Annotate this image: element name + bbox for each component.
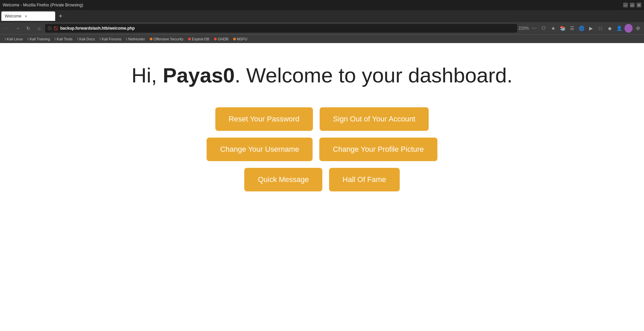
tab-label: Welcome: [5, 14, 22, 19]
bookmark-msfu[interactable]: MSFU: [231, 36, 249, 42]
back-button[interactable]: ←: [2, 24, 11, 33]
url-domain: forwardslash.htb: [75, 26, 108, 31]
kali-forums-label: \ Kali Forums: [100, 37, 121, 41]
firefox-icon[interactable]: 🌀: [577, 24, 585, 32]
settings-icon[interactable]: ⚙: [634, 24, 642, 32]
hall-of-fame-button[interactable]: Hall Of Fame: [329, 168, 400, 191]
title-bar: Welcome - Mozilla Firefox (Private Brows…: [0, 0, 644, 10]
window-controls: – ▭ ✕: [623, 3, 641, 7]
button-row-1: Reset Your Password Sign Out of Your Acc…: [215, 107, 429, 131]
kali-tools-label: \ Kali Tools: [55, 37, 72, 41]
exploit-db-label: Exploit-DB: [192, 37, 209, 41]
kali-linux-label: \ Kali Linux: [5, 37, 23, 41]
bookmark-nethunter[interactable]: \ NetHunter: [124, 36, 147, 42]
restore-button[interactable]: ▭: [630, 3, 635, 7]
exploit-db-dot: [188, 38, 191, 40]
container-icon[interactable]: [624, 24, 633, 32]
bookmark-exploit-db[interactable]: Exploit-DB: [186, 36, 211, 42]
greeting-prefix: Hi,: [132, 64, 163, 87]
offensive-security-dot: [150, 38, 152, 40]
forward-button[interactable]: →: [13, 24, 22, 33]
pocket-icon[interactable]: ▶: [587, 24, 595, 32]
profile-circle: [624, 24, 633, 33]
new-tab-button[interactable]: +: [56, 11, 65, 21]
quick-message-button[interactable]: Quick Message: [244, 168, 322, 191]
kali-docs-label: \ Kali Docs: [77, 37, 95, 41]
change-username-button[interactable]: Change Your Username: [207, 138, 313, 161]
minimize-button[interactable]: –: [623, 3, 628, 7]
sign-out-button[interactable]: Sign Out of Your Account: [320, 107, 429, 131]
bookmark-kali-forums[interactable]: \ Kali Forums: [98, 36, 123, 42]
browser-window: Welcome - Mozilla Firefox (Private Brows…: [0, 0, 644, 331]
bookmarks-bar: \ Kali Linux \ Kali Training \ Kali Tool…: [0, 34, 644, 43]
bookmark-kali-docs[interactable]: \ Kali Docs: [75, 36, 97, 42]
security-icon: ⓘ: [48, 26, 51, 31]
active-tab[interactable]: Welcome ✕: [1, 11, 55, 21]
bookmark-ghdb[interactable]: GHDB: [212, 36, 230, 42]
welcome-heading: Hi, Payas0. Welcome to your dashboard.: [132, 63, 513, 87]
extension-icon[interactable]: ◆: [606, 24, 614, 32]
dashboard-buttons: Reset Your Password Sign Out of Your Acc…: [207, 107, 437, 191]
library-icon[interactable]: 📚: [559, 24, 567, 32]
button-row-2: Change Your Username Change Your Profile…: [207, 138, 437, 161]
greeting-suffix: . Welcome to your dashboard.: [235, 64, 512, 87]
sidebar-icon[interactable]: ☰: [568, 24, 576, 32]
toolbar-icons: ⋯ 🛡 ★ 📚 ☰ 🌀 ▶ □ ◆ 👤 ⚙: [530, 24, 642, 32]
reload-button[interactable]: ↻: [24, 24, 33, 33]
ghdb-dot: [214, 38, 217, 40]
bookmark-offensive-security[interactable]: Offensive Security: [148, 36, 185, 42]
change-profile-picture-button[interactable]: Change Your Profile Picture: [319, 138, 437, 161]
menu-dots-icon[interactable]: ⋯: [530, 24, 538, 32]
shield-icon[interactable]: 🛡: [540, 24, 548, 32]
tab-bar: Welcome ✕ +: [0, 10, 644, 22]
home-button[interactable]: ⌂: [34, 24, 44, 33]
offensive-security-label: Offensive Security: [153, 37, 183, 41]
nethunter-label: \ NetHunter: [126, 37, 145, 41]
bookmark-star-icon[interactable]: ★: [549, 24, 557, 32]
account-icon[interactable]: 👤: [615, 24, 623, 32]
reset-password-button[interactable]: Reset Your Password: [215, 107, 313, 131]
close-button[interactable]: ✕: [637, 3, 641, 7]
username: Payas0: [163, 64, 235, 87]
ghdb-label: GHDB: [218, 37, 228, 41]
nav-bar: ← → ↻ ⌂ ⓘ 🚫 backup.forwardslash.htb/welc…: [0, 22, 644, 34]
tab-close-button[interactable]: ✕: [24, 14, 28, 19]
address-bar[interactable]: ⓘ 🚫 backup.forwardslash.htb/welcome.php: [45, 24, 517, 33]
bookmark-kali-training[interactable]: \ Kali Training: [26, 36, 52, 42]
no-tracking-icon: 🚫: [53, 26, 58, 31]
url-prefix: backup.: [60, 26, 75, 31]
bookmark-kali-tools[interactable]: \ Kali Tools: [52, 36, 74, 42]
bookmark-kali-linux[interactable]: \ Kali Linux: [3, 36, 25, 42]
msfu-dot: [233, 38, 236, 40]
zoom-level: 220%: [518, 26, 529, 31]
window-title: Welcome - Mozilla Firefox (Private Brows…: [3, 3, 83, 7]
page-content: Hi, Payas0. Welcome to your dashboard. R…: [0, 43, 644, 331]
button-row-3: Quick Message Hall Of Fame: [244, 168, 399, 191]
msfu-label: MSFU: [237, 37, 247, 41]
url-display: backup.forwardslash.htb/welcome.php: [60, 26, 135, 31]
kali-training-label: \ Kali Training: [28, 37, 50, 41]
url-path: /welcome.php: [108, 26, 135, 31]
screenshot-icon[interactable]: □: [596, 24, 604, 32]
